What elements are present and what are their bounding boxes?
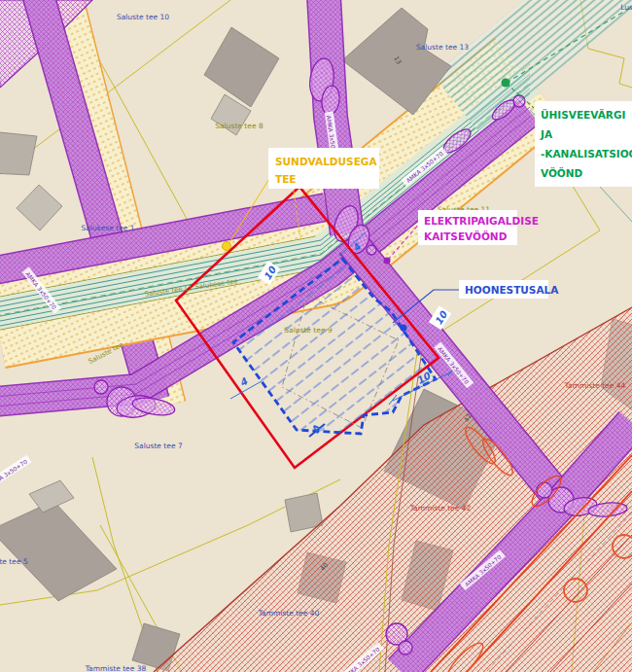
electric-zone-point xyxy=(384,258,391,265)
sundvaldusega-point xyxy=(223,242,231,251)
map-svg: AMKA 3x50+70 AMKA 3x50+70 AMKA 3x50+70 A… xyxy=(0,0,632,672)
zone-label-line: ELEKTRIPAIGALDISE xyxy=(424,215,539,227)
parcel-label-salukese-tee-1: Salukese tee 1 xyxy=(81,224,134,232)
zone-label-uhisveevark: ÜHISVEEVÄRGI JA -KANALISATSIOONI VÖÖND xyxy=(535,101,632,187)
parcel-label-lust: Lust xyxy=(620,3,632,12)
parcel-label-saluste-tee-5: Saluste tee 5 xyxy=(0,557,28,566)
parcel-label-saluste-tee-7: Saluste tee 7 xyxy=(134,442,183,450)
planning-map-canvas[interactable]: AMKA 3x50+70 AMKA 3x50+70 AMKA 3x50+70 A… xyxy=(0,0,632,672)
zone-label-sundvaldusega-tee: SUNDVALDUSEGA TEE xyxy=(268,148,379,189)
zone-label-line: HOONESTUSALA xyxy=(465,284,559,296)
parcel-label-saluste-tee-13: Saluste tee 13 xyxy=(416,43,469,52)
zone-label-line: VÖÖND xyxy=(541,166,583,179)
zone-label-hoonestusala: HOONESTUSALA xyxy=(459,280,559,299)
parcel-label-tammiste-tee-42: Tammiste tee 42 xyxy=(409,504,472,513)
zone-label-line: SUNDVALDUSEGA xyxy=(275,156,377,167)
zone-label-line: ÜHISVEEVÄRGI xyxy=(541,108,625,121)
parcel-label-tammiste-tee-38: Tammiste tee 38 xyxy=(85,664,147,672)
parcel-label-saluste-tee-9: Saluste tee 9 xyxy=(284,326,333,335)
parcel-label-saluste-tee-8: Saluste tee 8 xyxy=(215,122,263,130)
zone-label-line: JA xyxy=(540,128,553,140)
parcel-label-saluste-tee-10: Saluste tee 10 xyxy=(117,13,169,21)
zone-label-line: -KANALISATSIOONI xyxy=(541,148,632,159)
parcel-label-tammiste-tee-40: Tammiste tee 40 xyxy=(258,609,320,618)
building-area-point xyxy=(401,325,407,332)
water-zone-point xyxy=(502,79,510,88)
zone-label-line: TEE xyxy=(275,173,297,185)
parcel-label-tammiste-tee-44: Tammiste tee 44 xyxy=(564,381,626,390)
zone-label-line: KAITSEVÖÖND xyxy=(424,230,508,242)
